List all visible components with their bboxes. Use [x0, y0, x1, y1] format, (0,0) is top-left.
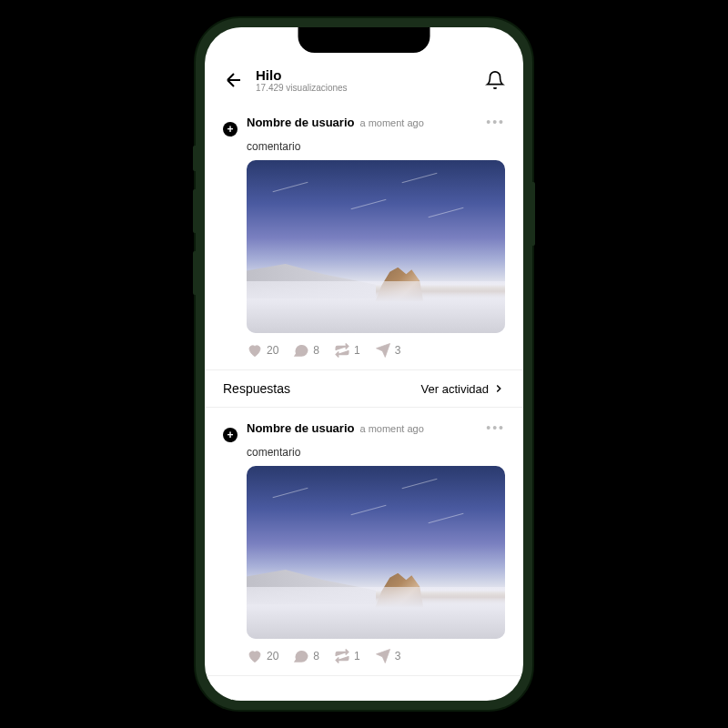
- notch: [298, 27, 430, 53]
- page-title: Hilo: [256, 67, 485, 83]
- add-icon[interactable]: [223, 122, 238, 136]
- heart-icon: [247, 648, 263, 664]
- bell-icon[interactable]: [485, 70, 505, 90]
- post-header: Nombre de usuario a moment ago •••: [223, 413, 505, 442]
- back-arrow-icon[interactable]: [223, 69, 245, 91]
- comment-icon: [293, 648, 309, 664]
- repost-button[interactable]: 1: [334, 342, 360, 359]
- username[interactable]: Nombre de usuario: [247, 116, 354, 129]
- comment-count: 8: [313, 650, 319, 662]
- username[interactable]: Nombre de usuario: [247, 421, 354, 435]
- post-meta: Nombre de usuario a moment ago: [247, 421, 486, 435]
- share-button[interactable]: 3: [375, 342, 401, 359]
- share-count: 3: [395, 344, 401, 357]
- post-comment: comentario: [247, 446, 505, 459]
- comment-icon: [293, 342, 309, 359]
- phone-frame: Hilo 17.429 visualizaciones Nombre de us…: [196, 18, 532, 710]
- heart-icon: [247, 342, 263, 359]
- send-icon: [375, 648, 391, 664]
- post: Nombre de usuario a moment ago ••• comen…: [205, 102, 523, 370]
- comment-button[interactable]: 8: [293, 342, 319, 359]
- like-count: 20: [267, 650, 278, 662]
- post-actions: 20 8 1 3: [247, 648, 505, 664]
- phone-power-button: [532, 182, 535, 246]
- repost-count: 1: [354, 650, 360, 662]
- share-button[interactable]: 3: [375, 648, 401, 664]
- post-actions: 20 8 1 3: [247, 342, 505, 359]
- header: Hilo 17.429 visualizaciones: [205, 60, 523, 102]
- content-area: Hilo 17.429 visualizaciones Nombre de us…: [205, 27, 523, 701]
- replies-label: Respuestas: [223, 381, 290, 396]
- comment-count: 8: [313, 344, 319, 357]
- post-image[interactable]: [247, 160, 505, 333]
- send-icon: [375, 342, 391, 359]
- more-options-icon[interactable]: •••: [486, 420, 505, 435]
- phone-volume-up: [193, 189, 196, 233]
- timestamp: a moment ago: [359, 423, 423, 434]
- phone-side-button: [193, 146, 196, 171]
- like-button[interactable]: 20: [247, 342, 278, 359]
- post-image[interactable]: [247, 466, 505, 639]
- view-count: 17.429 visualizaciones: [256, 83, 485, 93]
- repost-count: 1: [354, 344, 360, 357]
- like-button[interactable]: 20: [247, 648, 278, 664]
- comment-button[interactable]: 8: [293, 648, 319, 664]
- chevron-right-icon: [492, 382, 505, 395]
- more-options-icon[interactable]: •••: [486, 115, 505, 129]
- repost-button[interactable]: 1: [334, 648, 360, 664]
- phone-volume-down: [193, 251, 196, 295]
- post-header: Nombre de usuario a moment ago •••: [223, 107, 505, 136]
- replies-bar: Respuestas Ver actividad: [205, 370, 523, 408]
- post-meta: Nombre de usuario a moment ago: [247, 116, 486, 129]
- post: Nombre de usuario a moment ago ••• comen…: [205, 408, 523, 676]
- post-comment: comentario: [247, 140, 505, 153]
- header-text: Hilo 17.429 visualizaciones: [256, 67, 485, 93]
- timestamp: a moment ago: [359, 117, 423, 128]
- activity-link-text: Ver actividad: [421, 382, 489, 396]
- screen: Hilo 17.429 visualizaciones Nombre de us…: [205, 27, 523, 701]
- add-icon[interactable]: [223, 428, 238, 442]
- view-activity-link[interactable]: Ver actividad: [421, 382, 505, 396]
- repost-icon: [334, 342, 350, 359]
- repost-icon: [334, 648, 350, 664]
- share-count: 3: [395, 650, 401, 662]
- like-count: 20: [267, 344, 278, 357]
